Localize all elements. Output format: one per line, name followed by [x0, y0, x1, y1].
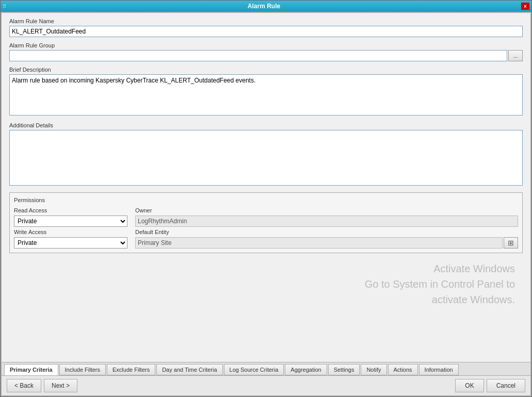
entity-browse-icon: ⊞ [508, 239, 514, 247]
tab-exclude-filters[interactable]: Exclude Filters [107, 364, 155, 375]
button-bar-left: < Back Next > [7, 379, 77, 392]
title-grip: ⠿ [3, 4, 7, 9]
permissions-right-col: Owner Default Entity ⊞ [135, 207, 518, 249]
permissions-box: Permissions Read Access Private Public W… [9, 192, 523, 253]
alarm-rule-name-group: Alarm Rule Name [9, 18, 523, 37]
tab-aggregation[interactable]: Aggregation [285, 364, 327, 375]
tab-settings[interactable]: Settings [328, 364, 360, 375]
owner-input [135, 216, 518, 227]
permissions-grid: Read Access Private Public Write Access … [14, 207, 518, 249]
alarm-rule-window: ⠿ Alarm Rule × Alarm Rule Name Alarm Rul… [0, 0, 532, 397]
additional-details-group: Additional Details [9, 122, 523, 187]
default-entity-browse-button[interactable]: ⊞ [504, 237, 518, 249]
owner-label: Owner [135, 207, 518, 213]
button-bar-right: OK Cancel [455, 379, 525, 392]
watermark-line1: Activate Windows [365, 261, 515, 276]
default-entity-row: ⊞ [135, 237, 518, 249]
alarm-rule-name-input[interactable] [9, 26, 523, 37]
default-entity-label: Default Entity [135, 229, 518, 235]
tab-primary-criteria[interactable]: Primary Criteria [4, 364, 58, 375]
alarm-rule-group-row: ... [9, 50, 523, 61]
permissions-left-col: Read Access Private Public Write Access … [14, 207, 127, 249]
read-access-label: Read Access [14, 207, 127, 213]
read-access-select[interactable]: Private Public [14, 216, 127, 227]
back-button[interactable]: < Back [7, 379, 41, 392]
ok-button[interactable]: OK [455, 379, 483, 392]
button-bar: < Back Next > OK Cancel [2, 375, 530, 395]
brief-description-group: Brief Description Alarm rule based on in… [9, 67, 523, 117]
brief-description-label: Brief Description [9, 67, 523, 73]
grip-dots: ⠿ [3, 4, 7, 9]
cancel-button[interactable]: Cancel [487, 379, 525, 392]
additional-details-textarea[interactable] [9, 130, 523, 186]
tab-log-source-criteria[interactable]: Log Source Criteria [224, 364, 284, 375]
window-title: Alarm Rule [7, 3, 521, 10]
close-button[interactable]: × [521, 3, 529, 10]
write-access-label: Write Access [14, 229, 127, 235]
watermark-area: Activate Windows Go to System in Control… [9, 253, 523, 315]
alarm-rule-group-browse-button[interactable]: ... [508, 50, 523, 61]
alarm-rule-group-input[interactable] [9, 50, 507, 61]
content-area: Alarm Rule Name Alarm Rule Group ... Bri… [2, 13, 530, 362]
next-button[interactable]: Next > [44, 379, 77, 392]
watermark-line2: Go to System in Control Panel to [365, 276, 515, 292]
watermark-line3: activate Windows. [365, 292, 515, 307]
write-access-select[interactable]: Private Public [14, 237, 127, 249]
tab-day-time-criteria[interactable]: Day and Time Criteria [156, 364, 222, 375]
alarm-rule-group-label: Alarm Rule Group [9, 42, 523, 48]
tab-include-filters[interactable]: Include Filters [59, 364, 106, 375]
tab-information[interactable]: Information [419, 364, 459, 375]
watermark-text: Activate Windows Go to System in Control… [365, 261, 515, 307]
tabs-bar: Primary Criteria Include Filters Exclude… [2, 362, 530, 375]
tab-actions[interactable]: Actions [388, 364, 418, 375]
default-entity-input [135, 237, 503, 249]
tab-notify[interactable]: Notify [361, 364, 386, 375]
title-bar: ⠿ Alarm Rule × [1, 1, 531, 12]
alarm-rule-name-label: Alarm Rule Name [9, 18, 523, 24]
additional-details-label: Additional Details [9, 122, 523, 128]
brief-description-textarea[interactable]: Alarm rule based on incoming Kaspersky C… [9, 74, 523, 115]
alarm-rule-group-group: Alarm Rule Group ... [9, 42, 523, 61]
permissions-title: Permissions [14, 197, 518, 203]
window-body: Alarm Rule Name Alarm Rule Group ... Bri… [1, 12, 531, 396]
